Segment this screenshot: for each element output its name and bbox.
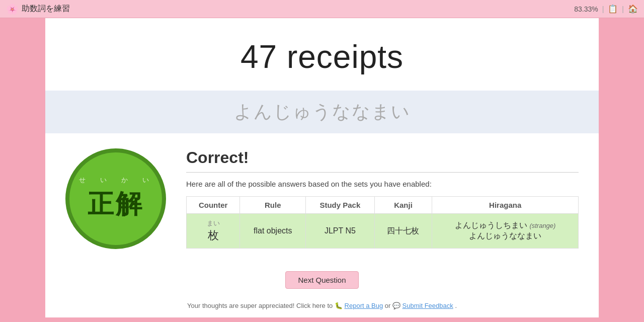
topbar-right: 83.33% | 📋 | 🏠 (574, 4, 638, 14)
table-body: まい枚flat objectsJLPT N5四十七枚よんじゅうしちまい (str… (187, 214, 579, 249)
next-question-button[interactable]: Next Question (285, 271, 358, 289)
cell-kanji: 四十七枚 (374, 214, 432, 249)
copy-button[interactable]: 📋 (608, 4, 618, 14)
correct-heading: Correct! (186, 148, 579, 173)
submit-feedback-link[interactable]: Submit Feedback (403, 302, 453, 309)
hiragana-band: よんじゅうななまい (45, 91, 599, 133)
topbar-left: 🌸 助数詞を練習 (6, 3, 70, 15)
separator1: | (602, 5, 604, 13)
feedback-icon: 💬 (392, 302, 400, 309)
badge-furigana: せ い か い (79, 176, 153, 185)
col-header-rule: Rule (240, 197, 306, 214)
col-header-counter: Counter (187, 197, 240, 214)
separator2: | (622, 5, 624, 13)
cell-study-pack: JLPT N5 (306, 214, 374, 249)
bug-icon: 🐛 (335, 302, 343, 309)
cell-counter: まい枚 (187, 214, 240, 249)
question-area: 47 receipts (45, 18, 599, 91)
col-header-studypack: Study Pack (306, 197, 374, 214)
footer-text-after: . (455, 302, 457, 309)
hiragana-answer-text: よんじゅうななまい (234, 101, 411, 122)
answers-table: Counter Rule Study Pack Kanji Hiragana ま… (186, 196, 579, 249)
answer-section: せ い か い 正解 Correct! Here are all of the … (45, 133, 599, 259)
app-title: 助数詞を練習 (22, 4, 70, 14)
correct-badge: せ い か い 正解 (65, 148, 166, 249)
next-btn-area: Next Question (45, 259, 599, 297)
report-bug-link[interactable]: Report a Bug (345, 302, 383, 309)
footer-text-before: Your thoughts are super appreciated! Cli… (187, 302, 335, 309)
footer: Your thoughts are super appreciated! Cli… (45, 297, 599, 317)
home-button[interactable]: 🏠 (628, 4, 638, 14)
question-text: 47 receipts (240, 39, 404, 75)
cell-rule: flat objects (240, 214, 306, 249)
sakura-icon: 🌸 (6, 3, 19, 15)
result-panel: Correct! Here are all of the possible an… (186, 148, 579, 249)
badge-kanji: 正解 (88, 187, 144, 222)
table-row: まい枚flat objectsJLPT N5四十七枚よんじゅうしちまい (str… (187, 214, 579, 249)
col-header-hiragana: Hiragana (432, 197, 579, 214)
cell-hiragana: よんじゅうしちまい (strange)よんじゅうななまい (432, 214, 579, 249)
topbar: 🌸 助数詞を練習 83.33% | 📋 | 🏠 (0, 0, 644, 18)
result-description: Here are all of the possible answers bas… (186, 180, 579, 188)
progress-text: 83.33% (574, 5, 598, 13)
footer-text-middle: or (385, 302, 392, 309)
main-content: 47 receipts よんじゅうななまい せ い か い 正解 Correct… (45, 18, 599, 317)
col-header-kanji: Kanji (374, 197, 432, 214)
